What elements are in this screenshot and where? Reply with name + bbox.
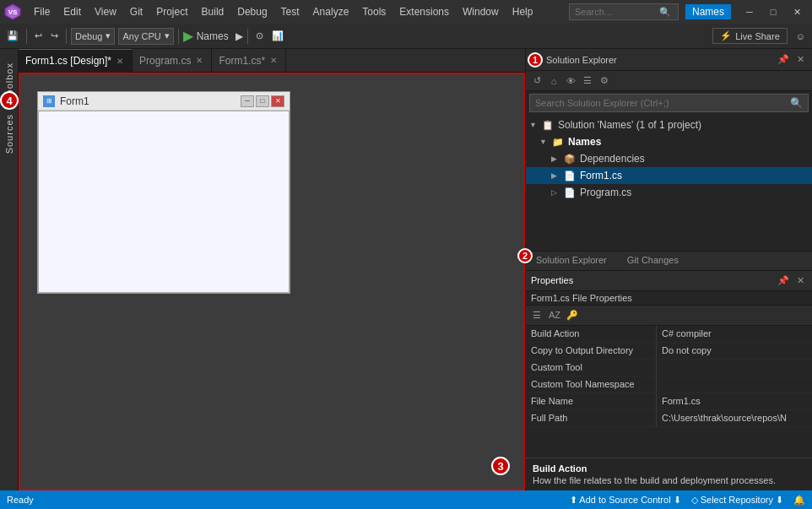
toolbar-separator-4 <box>247 29 248 44</box>
prop-desc-title: Build Action <box>533 463 805 474</box>
main-toolbar: 💾 ↩ ↪ Debug ▾ Any CPU ▾ ▶ Names ▶ ⊙ 📊 ⚡ … <box>0 24 812 49</box>
undo-button[interactable]: ↩ <box>31 29 46 43</box>
home-btn[interactable]: ⌂ <box>546 73 561 89</box>
menu-edit[interactable]: Edit <box>57 0 88 24</box>
right-panel: 1 Solution Explorer 📌 ✕ ↺ ⌂ 👁 ☰ ⚙ 🔍 ▼ 📋 <box>525 49 812 490</box>
menu-file[interactable]: File <box>27 0 57 24</box>
tree-label-deps: Dependencies <box>580 153 645 165</box>
tab-close-form1-cs[interactable]: ✕ <box>268 55 279 66</box>
tree-item-names[interactable]: ▼ 📁 Names <box>526 133 812 150</box>
form-restore-btn[interactable]: □ <box>256 95 269 107</box>
tree-arrow-form1cs: ▶ <box>551 171 563 180</box>
global-search-box[interactable]: 🔍 <box>569 3 679 20</box>
run-button[interactable]: ▶ Names ▶ <box>183 28 243 44</box>
toolbar-separator-1 <box>26 29 27 44</box>
props-btn[interactable]: ⚙ <box>597 73 612 89</box>
menu-build[interactable]: Build <box>195 0 231 24</box>
tree-label-solution: Solution 'Names' (1 of 1 project) <box>558 119 701 131</box>
menu-git[interactable]: Git <box>123 0 149 24</box>
form-win-buttons: ─ □ ✕ <box>241 95 284 107</box>
tab-close-program[interactable]: ✕ <box>194 55 204 66</box>
prop-desc-text: How the file relates to the build and de… <box>533 475 805 485</box>
form-body[interactable] <box>38 111 290 293</box>
filter-btn[interactable]: ☰ <box>580 73 595 89</box>
props-pin-icon[interactable]: 📌 <box>777 273 790 287</box>
menu-help[interactable]: Help <box>506 0 540 24</box>
tree-item-programcs[interactable]: ▷ 📄 Program.cs <box>526 184 812 201</box>
badge-3: 3 <box>491 457 510 475</box>
prop-full-path-label: Full Path <box>526 410 657 426</box>
tab-close-form1-design[interactable]: ✕ <box>115 56 125 67</box>
notifications-icon[interactable]: 🔔 <box>793 495 805 506</box>
search-input[interactable] <box>575 7 659 17</box>
diagnostics-button[interactable]: 📊 <box>268 29 287 43</box>
menu-extensions[interactable]: Extensions <box>392 0 456 24</box>
solution-explorer-icons: 📌 ✕ <box>777 53 807 67</box>
menu-project[interactable]: Project <box>149 0 194 24</box>
prop-build-action-value: C# compiler <box>657 326 812 342</box>
tree-arrow-programcs: ▷ <box>551 188 563 197</box>
liveshare-button[interactable]: ⚡ Live Share <box>712 28 788 44</box>
solution-search-input[interactable] <box>535 98 787 108</box>
status-bar: Ready ⬆ Add to Source Control ⬇ ◇ Select… <box>0 490 812 509</box>
minimize-button[interactable]: ─ <box>738 3 761 20</box>
tree-item-dependencies[interactable]: ▶ 📦 Dependencies <box>526 150 812 167</box>
props-close-icon[interactable]: ✕ <box>793 273 807 287</box>
badge-4: 4 <box>0 91 19 110</box>
form-close-btn[interactable]: ✕ <box>271 95 284 107</box>
tab-solution-explorer-bottom[interactable]: Solution Explorer <box>526 252 617 270</box>
prop-full-path: Full Path C:\Users\thrak\source\repos\N <box>526 410 812 427</box>
form-designer-window[interactable]: ⊞ Form1 ─ □ ✕ <box>37 91 290 294</box>
tab-label-form1-cs: Form1.cs* <box>219 55 265 67</box>
prop-file-name: File Name Form1.cs <box>526 393 812 410</box>
source-control-button[interactable]: ⬆ Add to Source Control ⬇ <box>570 495 681 506</box>
props-key-icon[interactable]: 🔑 <box>565 307 580 322</box>
solution-search-box[interactable]: 🔍 <box>529 94 809 112</box>
form1cs-icon: 📄 <box>563 169 577 182</box>
toolbox-sidebar: 4 Toolbox Sources <box>0 49 19 490</box>
tab-program[interactable]: Program.cs ✕ <box>133 49 212 73</box>
app-logo: VS <box>3 3 22 21</box>
form-titlebar: ⊞ Form1 ─ □ ✕ <box>38 92 290 111</box>
menu-view[interactable]: View <box>88 0 123 24</box>
breakpoints-button[interactable]: ⊙ <box>252 29 267 43</box>
props-alphabetical-btn[interactable]: AZ <box>547 307 562 322</box>
save-all-button[interactable]: 💾 <box>3 29 22 43</box>
show-all-btn[interactable]: 👁 <box>563 73 578 89</box>
solution-explorer-title: Solution Explorer <box>546 55 617 65</box>
props-categorized-btn[interactable]: ☰ <box>529 307 544 322</box>
window-title: Names <box>685 4 731 19</box>
feedback-button[interactable]: ☺ <box>793 30 809 43</box>
redo-button[interactable]: ↪ <box>47 29 62 43</box>
solution-search-icon: 🔍 <box>790 97 803 109</box>
tree-item-solution[interactable]: ▼ 📋 Solution 'Names' (1 of 1 project) <box>526 116 812 133</box>
prop-custom-tool-ns: Custom Tool Namespace <box>526 376 812 393</box>
form-minimize-btn[interactable]: ─ <box>241 95 254 107</box>
sync-btn[interactable]: ↺ <box>529 73 544 89</box>
sources-label: Sources <box>4 107 14 160</box>
menu-test[interactable]: Test <box>274 0 306 24</box>
menu-bar: VS File Edit View Git Project Build Debu… <box>0 0 812 24</box>
close-button[interactable]: ✕ <box>785 3 809 20</box>
tree-item-form1cs[interactable]: ▶ 📄 Form1.cs <box>526 167 812 184</box>
menu-analyze[interactable]: Analyze <box>306 0 356 24</box>
properties-file-header: Form1.cs File Properties <box>526 291 812 306</box>
programcs-icon: 📄 <box>563 186 577 199</box>
tree-label-form1cs: Form1.cs <box>580 170 622 181</box>
config-dropdown[interactable]: Debug ▾ <box>71 28 115 45</box>
tab-form1-design[interactable]: Form1.cs [Design]* ✕ <box>19 49 133 73</box>
menu-debug[interactable]: Debug <box>230 0 273 24</box>
platform-dropdown[interactable]: Any CPU ▾ <box>118 28 173 45</box>
menu-window[interactable]: Window <box>456 0 506 24</box>
tab-label-form1-design: Form1.cs [Design]* <box>25 55 111 67</box>
menu-tools[interactable]: Tools <box>355 0 392 24</box>
prop-file-name-value: Form1.cs <box>657 393 812 409</box>
restore-button[interactable]: □ <box>761 3 785 20</box>
tree-arrow-deps: ▶ <box>551 154 563 163</box>
tab-form1-cs[interactable]: Form1.cs* ✕ <box>212 49 286 73</box>
pin-icon[interactable]: 📌 <box>777 53 790 67</box>
tab-git-changes[interactable]: Git Changes <box>617 252 689 270</box>
close-panel-icon[interactable]: ✕ <box>793 53 807 67</box>
select-repo-button[interactable]: ◇ Select Repository ⬇ <box>691 495 783 506</box>
tree-arrow-solution: ▼ <box>529 121 541 129</box>
